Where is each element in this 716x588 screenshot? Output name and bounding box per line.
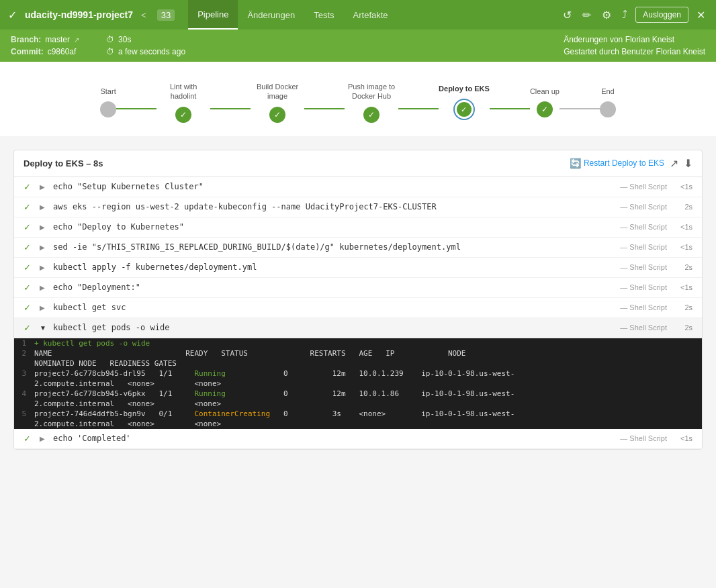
time-item: ⏱ a few seconds ago — [106, 47, 185, 56]
row2-type: — Shell Script — [620, 203, 667, 211]
nav-changes[interactable]: Änderungen — [238, 0, 304, 30]
pipeline-section: Start Lint with hadolint ✓ Build Docker … — [0, 62, 716, 136]
row7-type: — Shell Script — [620, 303, 667, 311]
meta-left: Branch: master ↗ Commit: c9860af — [11, 35, 79, 56]
logout-icon-button[interactable]: ⤴ — [619, 6, 630, 23]
row4-expand[interactable]: ▶ — [40, 244, 48, 251]
deploy-title: Deploy to EKS – 8s — [24, 158, 103, 168]
line-content-2b: NOMINATED NODE READINESS GATES — [34, 359, 702, 368]
row3-type: — Shell Script — [620, 223, 667, 231]
started-by: Gestartet durch Benutzer Florian Kneist — [564, 47, 705, 56]
step-label-push: Push image to Docker Hub — [345, 82, 398, 101]
row3-expand[interactable]: ▶ — [40, 224, 48, 231]
header-actions: ↺ ✏ ⚙ ⤴ Ausloggen ✕ — [560, 6, 708, 24]
completed-check: ✓ — [24, 434, 34, 444]
row6-type: — Shell Script — [620, 283, 667, 291]
row8-expand[interactable]: ▼ — [40, 324, 48, 332]
step-label-lint: Lint with hadolint — [156, 82, 210, 101]
completed-expand[interactable]: ▶ — [40, 435, 48, 442]
check-deploy: ✓ — [461, 105, 467, 114]
terminal-line-4: 4 project7-6c778cb945-v6pkx 1/1 Running … — [14, 389, 702, 399]
terminal-line-2: 2 NAME READY STATUS RESTARTS AGE IP NODE — [14, 348, 702, 358]
restart-button[interactable]: 🔄 Restart Deploy to EKS — [570, 158, 664, 168]
row8-command: kubectl get pods -o wide — [53, 323, 612, 332]
restart-icon: 🔄 — [570, 158, 581, 168]
terminal-line-3: 3 project7-6c778cb945-drl95 1/1 Running … — [14, 369, 702, 379]
row8-check: ✓ — [24, 323, 34, 333]
connector-4 — [398, 108, 439, 109]
row2-expand[interactable]: ▶ — [40, 203, 48, 211]
pipeline-node-lint: ✓ — [175, 107, 191, 123]
close-button[interactable]: ✕ — [694, 6, 708, 24]
pipeline: Start Lint with hadolint ✓ Build Docker … — [100, 82, 616, 123]
line-num-5b — [14, 420, 34, 428]
row1-expand[interactable]: ▶ — [40, 183, 48, 191]
row1-time: <1s — [672, 183, 692, 191]
check-icon: ✓ — [8, 9, 17, 21]
build-number: 33 — [157, 9, 175, 21]
row7-check: ✓ — [24, 303, 34, 313]
row4-check: ✓ — [24, 242, 34, 252]
pipeline-step-push: Push image to Docker Hub ✓ — [345, 82, 398, 123]
row1-type: — Shell Script — [620, 183, 667, 191]
restart-label: Restart Deploy to EKS — [584, 158, 664, 168]
row5-command: kubectl apply -f kubernetes/deployment.y… — [53, 262, 612, 272]
deploy-header: Deploy to EKS – 8s 🔄 Restart Deploy to E… — [14, 150, 702, 177]
completed-command: echo 'Completed' — [53, 434, 612, 443]
pipeline-node-cleanup: ✓ — [537, 101, 553, 117]
log-row-7: ✓ ▶ kubectl get svc — Shell Script 2s — [14, 298, 702, 318]
step-label-deploy: Deploy to EKS — [439, 84, 490, 93]
line-content-1: + kubectl get pods -o wide — [34, 339, 702, 348]
row6-time: <1s — [672, 283, 692, 291]
pipeline-step-lint: Lint with hadolint ✓ — [156, 82, 210, 123]
commit-label: Commit: — [11, 47, 44, 56]
logout-button[interactable]: Ausloggen — [635, 7, 688, 23]
separator: < — [141, 10, 146, 20]
row3-time: <1s — [672, 223, 692, 231]
row2-time: 2s — [672, 203, 692, 211]
row6-check: ✓ — [24, 283, 34, 293]
row7-expand[interactable]: ▶ — [40, 304, 48, 311]
edit-button[interactable]: ✏ — [580, 6, 594, 24]
row6-expand[interactable]: ▶ — [40, 284, 48, 291]
line-content-4: project7-6c778cb945-v6pkx 1/1 Running 0 … — [34, 389, 702, 398]
pipeline-step-end: End — [600, 87, 616, 117]
line-num-3: 3 — [14, 369, 34, 378]
pipeline-node-start — [100, 101, 116, 117]
meta-center: ⏱ 30s ⏱ a few seconds ago — [106, 35, 185, 56]
main-nav: Pipeline Änderungen Tests Artefakte — [188, 0, 397, 30]
completed-type: — Shell Script — [620, 434, 667, 442]
project-title: udacity-nd9991-project7 — [25, 9, 133, 20]
commit-item: Commit: c9860af — [11, 47, 79, 56]
nav-artifacts[interactable]: Artefakte — [344, 0, 398, 30]
terminal-output: 1 + kubectl get pods -o wide 2 NAME READ… — [14, 338, 702, 429]
check-cleanup: ✓ — [541, 105, 548, 114]
terminal-line-5b: 2.compute.internal <none> <none> — [14, 419, 702, 429]
pipeline-step-cleanup: Clean up ✓ — [530, 87, 560, 117]
branch-label: Branch: — [11, 35, 41, 44]
line-num-1: 1 — [14, 339, 34, 348]
connector-3 — [304, 108, 345, 109]
external-link-button[interactable]: ↗ — [670, 157, 678, 170]
step-label-cleanup: Clean up — [530, 87, 560, 96]
terminal-line-3b: 2.compute.internal <none> <none> — [14, 379, 702, 389]
log-row-3: ✓ ▶ echo "Deploy to Kubernetes" — Shell … — [14, 217, 702, 238]
row5-type: — Shell Script — [620, 263, 667, 271]
nav-tests[interactable]: Tests — [304, 0, 343, 30]
external-link-icon: ↗ — [74, 36, 79, 44]
branch-value: master — [45, 35, 70, 44]
terminal-line-2b: NOMINATED NODE READINESS GATES — [14, 358, 702, 369]
replay-button[interactable]: ↺ — [560, 6, 574, 24]
row1-command: echo "Setup Kubernetes Cluster" — [53, 182, 612, 191]
settings-button[interactable]: ⚙ — [599, 6, 614, 24]
download-button[interactable]: ⬇ — [684, 157, 692, 170]
nav-pipeline[interactable]: Pipeline — [188, 0, 238, 30]
line-content-5b: 2.compute.internal <none> <none> — [34, 420, 702, 428]
terminal-line-5: 5 project7-746d4ddfb5-bgn9v 0/1 Containe… — [14, 409, 702, 419]
line-num-3b — [14, 379, 34, 388]
line-content-2: NAME READY STATUS RESTARTS AGE IP NODE — [34, 349, 702, 358]
duration-item: ⏱ 30s — [106, 35, 185, 44]
row5-expand[interactable]: ▶ — [40, 264, 48, 271]
pipeline-step-start: Start — [100, 87, 116, 117]
row3-command: echo "Deploy to Kubernetes" — [53, 222, 612, 232]
